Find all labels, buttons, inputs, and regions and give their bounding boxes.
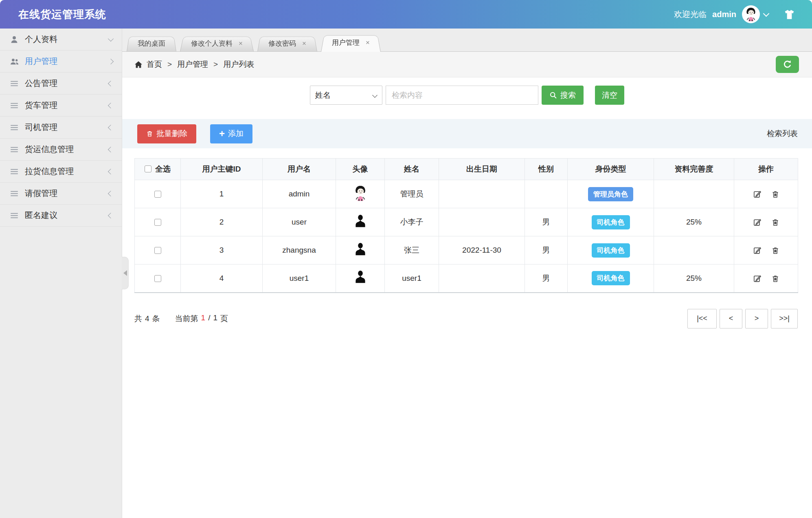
- cell-select: [135, 208, 181, 236]
- cell-user-id: 3: [181, 236, 263, 265]
- sidebar-item-suggestion[interactable]: 匿名建议: [0, 205, 122, 227]
- cell-role: 司机角色: [568, 236, 654, 265]
- role-badge: 司机角色: [592, 243, 630, 258]
- sidebar-item-pickup-info-mgmt[interactable]: 拉货信息管理: [0, 161, 122, 183]
- cell-actions: [734, 180, 798, 208]
- sidebar-item-leave-mgmt[interactable]: 请假管理: [0, 183, 122, 205]
- current-page: 1: [201, 313, 206, 324]
- cell-name: 管理员: [385, 180, 439, 208]
- chevron-down-icon[interactable]: [763, 10, 770, 17]
- tab-label: 我的桌面: [138, 39, 165, 48]
- cell-user-id: 4: [181, 265, 263, 293]
- cell-birthday: [439, 265, 525, 293]
- cell-birthday: 2022-11-30: [439, 236, 525, 265]
- breadcrumb-item[interactable]: 首页: [147, 59, 162, 70]
- tab-0[interactable]: 我的桌面: [127, 35, 176, 51]
- app-title: 在线货运管理系统: [0, 7, 106, 22]
- page-separator: /: [208, 313, 210, 324]
- table-row: 4user1user1男司机角色25%: [135, 265, 798, 293]
- batch-delete-button[interactable]: 批量删除: [137, 124, 196, 143]
- tab-label: 修改个人资料: [191, 39, 233, 48]
- total-pages: 1: [213, 313, 217, 324]
- table-toolbar: 批量删除 + 添加 检索列表: [122, 119, 812, 148]
- cell-gender: 男: [525, 208, 568, 236]
- delete-icon[interactable]: [771, 274, 779, 283]
- welcome-text: 欢迎光临: [674, 9, 707, 20]
- chevron-left-icon: [108, 168, 114, 174]
- tab-2[interactable]: 修改密码×: [257, 35, 317, 51]
- search-bar: 姓名 搜索 清空: [122, 77, 812, 119]
- add-button[interactable]: + 添加: [210, 124, 252, 143]
- pagination-info: 共 4 条 当前第 1 / 1 页: [134, 313, 234, 324]
- clear-button[interactable]: 清空: [595, 86, 624, 105]
- cell-gender: [525, 180, 568, 208]
- search-button[interactable]: 搜索: [542, 86, 584, 105]
- sidebar-item-notice-mgmt[interactable]: 公告管理: [0, 73, 122, 95]
- row-checkbox[interactable]: [154, 275, 161, 282]
- edit-icon[interactable]: [753, 218, 762, 227]
- refresh-icon: [782, 59, 793, 70]
- user-avatar[interactable]: [742, 5, 760, 23]
- search-input[interactable]: [386, 86, 538, 105]
- cell-actions: [734, 208, 798, 236]
- page-first-button[interactable]: |<<: [687, 309, 717, 328]
- add-button-label: 添加: [228, 128, 244, 139]
- page-last-button[interactable]: >>|: [771, 309, 798, 328]
- breadcrumb-item[interactable]: 用户管理: [177, 59, 208, 70]
- cell-user-id: 1: [181, 180, 263, 208]
- cell-role: 管理员角色: [568, 180, 654, 208]
- cell-completeness: 25%: [654, 208, 734, 236]
- total-prefix: 共: [134, 313, 142, 324]
- avatar-silhouette-icon: [353, 213, 367, 229]
- tab-3[interactable]: 用户管理×: [321, 33, 381, 52]
- breadcrumb-item[interactable]: 用户列表: [223, 59, 254, 70]
- menu-icon: [9, 190, 20, 197]
- row-checkbox[interactable]: [154, 247, 161, 254]
- col-header: 用户主键ID: [181, 159, 263, 180]
- tshirt-icon[interactable]: [784, 9, 795, 20]
- row-checkbox[interactable]: [154, 191, 161, 198]
- cell-avatar: [336, 265, 385, 293]
- menu-icon: [9, 146, 20, 153]
- table-row: 3zhangsna张三2022-11-30男司机角色: [135, 236, 798, 265]
- page-suffix: 页: [220, 313, 228, 324]
- row-checkbox[interactable]: [154, 219, 161, 226]
- tab-label: 用户管理: [332, 38, 360, 47]
- cell-actions: [734, 236, 798, 265]
- sidebar-item-freight-info-mgmt[interactable]: 货运信息管理: [0, 139, 122, 161]
- cell-completeness: 25%: [654, 265, 734, 293]
- sidebar-collapse-handle[interactable]: [122, 257, 129, 289]
- edit-icon[interactable]: [753, 190, 762, 198]
- table-row: 1admin管理员管理员角色: [135, 180, 798, 208]
- delete-icon[interactable]: [771, 246, 779, 255]
- sidebar-item-profile[interactable]: 个人资料: [0, 29, 122, 51]
- sidebar-item-user-mgmt[interactable]: 用户管理: [0, 51, 122, 73]
- clear-button-label: 清空: [602, 90, 617, 101]
- total-suffix: 条: [152, 313, 160, 324]
- refresh-button[interactable]: [776, 56, 799, 73]
- edit-icon[interactable]: [753, 274, 762, 283]
- tab-close-icon[interactable]: ×: [366, 39, 370, 46]
- page-prev-button[interactable]: <: [720, 309, 742, 328]
- search-field-select[interactable]: 姓名: [310, 86, 382, 105]
- sidebar-item-truck-mgmt[interactable]: 货车管理: [0, 95, 122, 117]
- page-next-button[interactable]: >: [745, 309, 768, 328]
- tab-bar: 我的桌面修改个人资料×修改密码×用户管理×: [122, 29, 812, 52]
- role-badge: 管理员角色: [588, 187, 633, 201]
- delete-icon[interactable]: [771, 218, 779, 227]
- col-header: 性别: [525, 159, 568, 180]
- edit-icon[interactable]: [753, 246, 762, 255]
- search-field-select-wrap: 姓名: [310, 86, 382, 105]
- col-header: 姓名: [385, 159, 439, 180]
- sidebar-item-label: 用户管理: [25, 56, 57, 67]
- sidebar-item-driver-mgmt[interactable]: 司机管理: [0, 117, 122, 139]
- role-badge: 司机角色: [592, 271, 630, 285]
- select-all-checkbox[interactable]: [145, 165, 151, 172]
- tab-close-icon[interactable]: ×: [302, 40, 306, 47]
- tab-1[interactable]: 修改个人资料×: [180, 35, 254, 51]
- trash-icon: [146, 130, 153, 137]
- sidebar-menu: 个人资料用户管理公告管理货车管理司机管理货运信息管理拉货信息管理请假管理匿名建议: [0, 29, 122, 227]
- tab-close-icon[interactable]: ×: [239, 40, 243, 47]
- user-icon: [9, 35, 20, 44]
- delete-icon[interactable]: [771, 190, 779, 198]
